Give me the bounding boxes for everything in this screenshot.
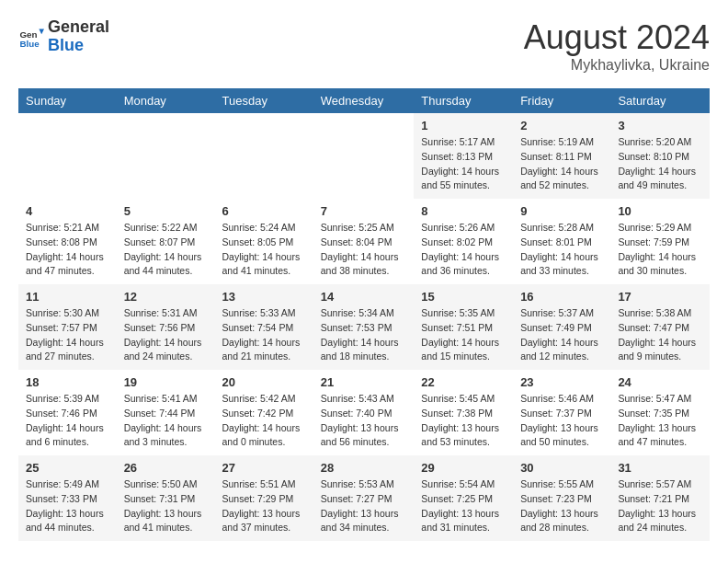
day-number: 18 [26,375,109,389]
day-number: 25 [26,461,109,475]
calendar-cell: 27Sunrise: 5:51 AMSunset: 7:29 PMDayligh… [215,455,313,541]
calendar-cell [313,113,415,199]
calendar-week-row: 18Sunrise: 5:39 AMSunset: 7:46 PMDayligh… [18,370,710,455]
day-number: 2 [520,119,603,132]
calendar-cell: 3Sunrise: 5:20 AMSunset: 8:10 PMDaylight… [610,113,710,199]
page-header: Gen Blue General Blue August 2024 Mykhay… [18,18,710,74]
calendar-cell: 8Sunrise: 5:26 AMSunset: 8:02 PMDaylight… [414,199,513,284]
calendar-cell: 17Sunrise: 5:38 AMSunset: 7:47 PMDayligh… [610,284,710,370]
day-number: 13 [222,290,306,304]
calendar-cell [117,113,215,199]
calendar-header-row: SundayMondayTuesdayWednesdayThursdayFrid… [18,88,710,113]
day-info: Sunrise: 5:54 AMSunset: 7:25 PMDaylight:… [421,477,506,535]
day-number: 21 [321,375,407,389]
day-number: 12 [124,290,208,304]
day-info: Sunrise: 5:31 AMSunset: 7:56 PMDaylight:… [124,306,208,364]
day-number: 19 [124,375,208,389]
day-number: 14 [321,290,407,304]
calendar-cell: 14Sunrise: 5:34 AMSunset: 7:53 PMDayligh… [313,284,415,370]
calendar-week-row: 4Sunrise: 5:21 AMSunset: 8:08 PMDaylight… [18,199,710,284]
day-info: Sunrise: 5:55 AMSunset: 7:23 PMDaylight:… [520,477,603,535]
day-info: Sunrise: 5:21 AMSunset: 8:08 PMDaylight:… [26,221,109,279]
day-info: Sunrise: 5:43 AMSunset: 7:40 PMDaylight:… [321,392,407,450]
svg-marker-3 [39,29,44,34]
day-number: 22 [421,375,506,389]
calendar-table: SundayMondayTuesdayWednesdayThursdayFrid… [18,88,710,541]
day-number: 27 [222,461,306,475]
calendar-cell: 20Sunrise: 5:42 AMSunset: 7:42 PMDayligh… [215,370,313,455]
day-number: 30 [520,461,603,475]
day-info: Sunrise: 5:50 AMSunset: 7:31 PMDaylight:… [124,477,208,535]
day-number: 5 [124,204,208,218]
calendar-cell: 28Sunrise: 5:53 AMSunset: 7:27 PMDayligh… [313,455,415,541]
day-number: 26 [124,461,208,475]
day-info: Sunrise: 5:39 AMSunset: 7:46 PMDaylight:… [26,392,109,450]
calendar-cell: 4Sunrise: 5:21 AMSunset: 8:08 PMDaylight… [18,199,117,284]
header-wednesday: Wednesday [313,88,415,113]
day-number: 9 [520,204,603,218]
header-sunday: Sunday [18,88,117,113]
calendar-week-row: 25Sunrise: 5:49 AMSunset: 7:33 PMDayligh… [18,455,710,541]
month-year-title: August 2024 [524,18,710,57]
calendar-cell [18,113,117,199]
svg-text:Blue: Blue [19,39,40,49]
day-info: Sunrise: 5:46 AMSunset: 7:37 PMDaylight:… [520,392,603,450]
calendar-cell: 10Sunrise: 5:29 AMSunset: 7:59 PMDayligh… [610,199,710,284]
day-info: Sunrise: 5:25 AMSunset: 8:04 PMDaylight:… [321,221,407,279]
calendar-cell: 19Sunrise: 5:41 AMSunset: 7:44 PMDayligh… [117,370,215,455]
calendar-cell: 24Sunrise: 5:47 AMSunset: 7:35 PMDayligh… [610,370,710,455]
day-number: 28 [321,461,407,475]
day-number: 29 [421,461,506,475]
day-info: Sunrise: 5:19 AMSunset: 8:11 PMDaylight:… [520,135,603,193]
calendar-cell: 7Sunrise: 5:25 AMSunset: 8:04 PMDaylight… [313,199,415,284]
day-number: 7 [321,204,407,218]
day-info: Sunrise: 5:35 AMSunset: 7:51 PMDaylight:… [421,306,506,364]
day-info: Sunrise: 5:42 AMSunset: 7:42 PMDaylight:… [222,392,306,450]
header-monday: Monday [117,88,215,113]
calendar-cell: 6Sunrise: 5:24 AMSunset: 8:05 PMDaylight… [215,199,313,284]
header-friday: Friday [513,88,610,113]
day-info: Sunrise: 5:20 AMSunset: 8:10 PMDaylight:… [618,135,702,193]
calendar-cell: 29Sunrise: 5:54 AMSunset: 7:25 PMDayligh… [414,455,513,541]
day-info: Sunrise: 5:26 AMSunset: 8:02 PMDaylight:… [421,221,506,279]
day-number: 4 [26,204,109,218]
header-thursday: Thursday [414,88,513,113]
day-number: 16 [520,290,603,304]
calendar-cell [215,113,313,199]
calendar-cell: 11Sunrise: 5:30 AMSunset: 7:57 PMDayligh… [18,284,117,370]
day-info: Sunrise: 5:47 AMSunset: 7:35 PMDaylight:… [618,392,702,450]
day-info: Sunrise: 5:53 AMSunset: 7:27 PMDaylight:… [321,477,407,535]
day-info: Sunrise: 5:38 AMSunset: 7:47 PMDaylight:… [618,306,702,364]
calendar-week-row: 1Sunrise: 5:17 AMSunset: 8:13 PMDaylight… [18,113,710,199]
day-number: 6 [222,204,306,218]
day-info: Sunrise: 5:30 AMSunset: 7:57 PMDaylight:… [26,306,109,364]
day-number: 24 [618,375,702,389]
calendar-cell: 22Sunrise: 5:45 AMSunset: 7:38 PMDayligh… [414,370,513,455]
calendar-cell: 23Sunrise: 5:46 AMSunset: 7:37 PMDayligh… [513,370,610,455]
day-number: 20 [222,375,306,389]
calendar-cell: 16Sunrise: 5:37 AMSunset: 7:49 PMDayligh… [513,284,610,370]
day-info: Sunrise: 5:34 AMSunset: 7:53 PMDaylight:… [321,306,407,364]
day-number: 31 [618,461,702,475]
day-info: Sunrise: 5:28 AMSunset: 8:01 PMDaylight:… [520,221,603,279]
day-info: Sunrise: 5:17 AMSunset: 8:13 PMDaylight:… [421,135,506,193]
day-number: 10 [618,204,702,218]
day-info: Sunrise: 5:37 AMSunset: 7:49 PMDaylight:… [520,306,603,364]
day-number: 1 [421,119,506,132]
day-info: Sunrise: 5:22 AMSunset: 8:07 PMDaylight:… [124,221,208,279]
calendar-cell: 21Sunrise: 5:43 AMSunset: 7:40 PMDayligh… [313,370,415,455]
title-block: August 2024 Mykhaylivka, Ukraine [524,18,710,74]
location-subtitle: Mykhaylivka, Ukraine [524,57,710,74]
calendar-cell: 1Sunrise: 5:17 AMSunset: 8:13 PMDaylight… [414,113,513,199]
day-info: Sunrise: 5:33 AMSunset: 7:54 PMDaylight:… [222,306,306,364]
calendar-cell: 30Sunrise: 5:55 AMSunset: 7:23 PMDayligh… [513,455,610,541]
calendar-cell: 9Sunrise: 5:28 AMSunset: 8:01 PMDaylight… [513,199,610,284]
calendar-cell: 31Sunrise: 5:57 AMSunset: 7:21 PMDayligh… [610,455,710,541]
logo-blue-text: Blue [48,37,109,55]
day-info: Sunrise: 5:41 AMSunset: 7:44 PMDaylight:… [124,392,208,450]
calendar-cell: 15Sunrise: 5:35 AMSunset: 7:51 PMDayligh… [414,284,513,370]
day-info: Sunrise: 5:49 AMSunset: 7:33 PMDaylight:… [26,477,109,535]
day-info: Sunrise: 5:24 AMSunset: 8:05 PMDaylight:… [222,221,306,279]
logo-icon: Gen Blue [18,24,44,50]
day-info: Sunrise: 5:57 AMSunset: 7:21 PMDaylight:… [618,477,702,535]
